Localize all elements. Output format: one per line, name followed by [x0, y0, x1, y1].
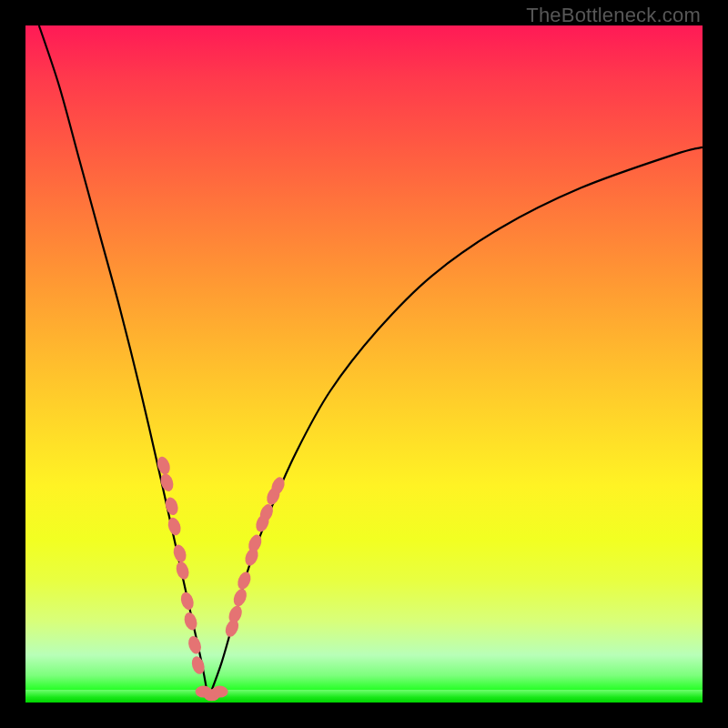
attribution-label: TheBottleneck.com: [526, 4, 701, 27]
data-bead: [171, 543, 188, 564]
data-bead: [156, 455, 173, 476]
data-bead: [187, 634, 204, 655]
data-bead: [212, 686, 228, 698]
data-bead: [231, 587, 249, 608]
data-bead: [179, 591, 197, 612]
data-bead: [166, 516, 183, 537]
data-bead: [174, 560, 191, 581]
bottleneck-curve: [25, 25, 703, 703]
data-bead: [158, 472, 176, 493]
data-bead: [182, 611, 199, 632]
data-bead: [236, 570, 254, 591]
curve-right-branch: [208, 147, 703, 699]
chart-frame: [25, 25, 703, 703]
